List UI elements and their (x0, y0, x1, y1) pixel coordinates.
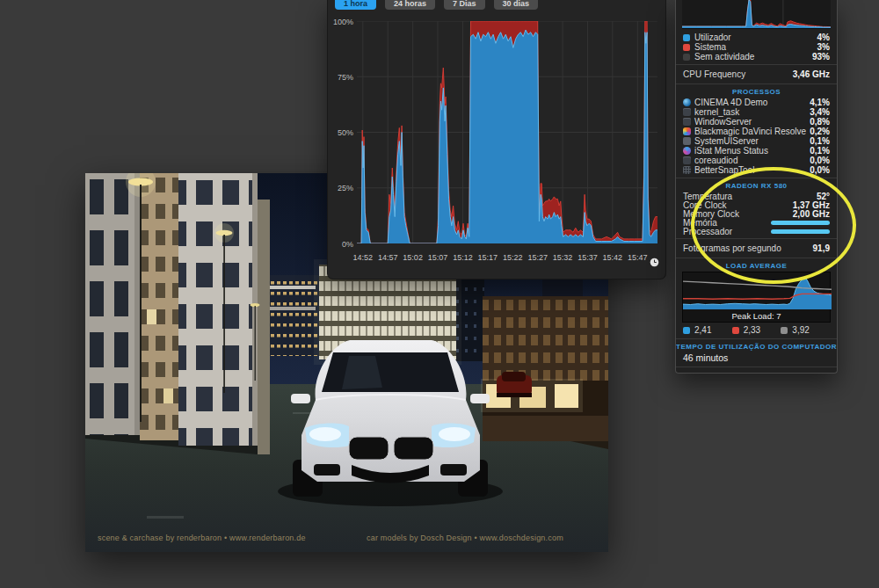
istat-status-icon (683, 147, 691, 155)
panel-dock (676, 370, 837, 374)
process-row[interactable]: iStat Menus Status0,1% (683, 146, 830, 156)
clock-icon[interactable] (650, 258, 659, 267)
cpu-mini-history-chart (682, 0, 831, 28)
credits-renderbaron: scene & carchase by renderbaron • www.re… (98, 534, 306, 542)
peak-load-label: Peak Load: 7 (683, 311, 830, 322)
credits-dosch: car models by Dosch Design • www.doschde… (367, 534, 563, 542)
sistema-swatch (683, 44, 690, 51)
processes-header: PROCESSOS (676, 88, 837, 96)
process-row[interactable]: CINEMA 4D Demo4,1% (683, 98, 830, 107)
cinema4d-icon (683, 98, 691, 106)
istat-menus-icon[interactable] (814, 374, 828, 374)
sem-actividade-swatch (683, 54, 690, 61)
windowserver-icon (683, 118, 691, 126)
systemuiserver-icon (683, 137, 691, 145)
tab-7-dias[interactable]: 7 Dias (444, 0, 485, 10)
process-row[interactable]: Blackmagic DaVinci Resolve0,2% (683, 127, 830, 136)
legend-utilizador: Utilizador4% (683, 33, 830, 42)
kernel-task-icon (683, 108, 691, 116)
background-car (497, 372, 532, 397)
tab-1-hora[interactable]: 1 hora (335, 0, 376, 10)
process-row[interactable]: SystemUIServer0,1% (683, 136, 830, 146)
process-row[interactable]: kernel_task3,4% (683, 107, 830, 117)
coreaudiod-icon (683, 156, 691, 164)
time-range-tabs: 1 hora 24 horas 7 Dias 30 dias (335, 0, 538, 10)
process-row[interactable]: coreaudiod0,0% (683, 156, 830, 165)
process-row[interactable]: WindowServer0,8% (683, 117, 830, 127)
cpu-usage-chart (357, 21, 657, 243)
uptime-value: 46 minutos (676, 352, 837, 364)
tab-30-dias[interactable]: 30 dias (494, 0, 539, 10)
tab-24-horas[interactable]: 24 horas (385, 0, 435, 10)
load15-swatch (781, 327, 788, 334)
davinci-resolve-icon (683, 127, 691, 135)
load1-swatch (683, 327, 690, 334)
process-list: CINEMA 4D Demo4,1% kernel_task3,4% Windo… (676, 98, 837, 175)
uptime-header: TEMPO DE UTILIZAÇÃO DO COMPUTADOR (676, 343, 837, 351)
load5-swatch (732, 327, 739, 334)
bettersnaptool-icon (683, 166, 691, 174)
load-legend: 2,41 2,33 3,92 (676, 324, 837, 336)
cpu-frequency-row: CPU Frequency3,46 GHz (683, 68, 830, 81)
annotation-ellipse (691, 167, 856, 284)
cpu-chart-window[interactable]: 1 hora 24 horas 7 Dias 30 dias 100%75% 5… (327, 0, 666, 279)
legend-sem-actividade: Sem actividade93% (683, 52, 830, 62)
legend-sistema: Sistema3% (683, 42, 830, 52)
utilizador-swatch (683, 34, 690, 41)
